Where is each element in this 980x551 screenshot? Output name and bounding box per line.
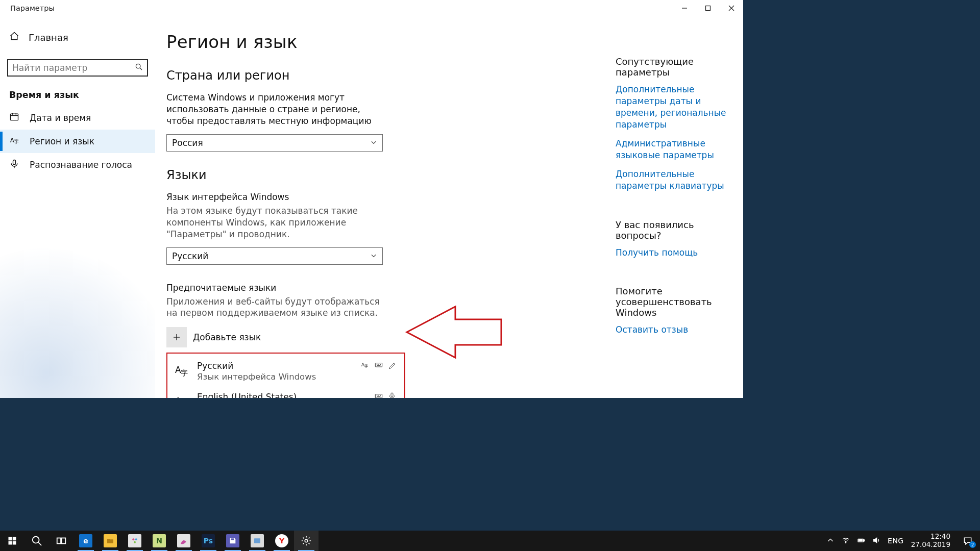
svg-rect-41 bbox=[9, 541, 12, 545]
svg-rect-56 bbox=[859, 539, 862, 541]
feedback-link[interactable]: Оставить отзыв bbox=[616, 324, 731, 336]
start-button[interactable] bbox=[0, 531, 24, 551]
search-input[interactable] bbox=[12, 63, 135, 73]
language-name: Русский bbox=[197, 361, 316, 371]
related-link[interactable]: Дополнительные параметры клавиатуры bbox=[616, 168, 731, 192]
svg-rect-55 bbox=[864, 540, 864, 541]
sidebar-home-label: Главная bbox=[29, 32, 68, 43]
display-language-icon: A字 bbox=[361, 361, 370, 371]
svg-line-44 bbox=[38, 542, 41, 545]
content-row: Главная Время и язык Дата и время bbox=[0, 16, 743, 398]
taskbar-app-edge[interactable]: e bbox=[74, 531, 98, 551]
questions-title: У вас появились вопросы? bbox=[616, 219, 731, 241]
taskbar-app-notepadpp[interactable]: N bbox=[147, 531, 172, 551]
related-link[interactable]: Дополнительные параметры даты и времени,… bbox=[616, 84, 731, 131]
window-title: Параметры bbox=[10, 4, 55, 12]
add-language-label: Добавьте язык bbox=[193, 332, 261, 342]
tray-date: 27.04.2019 bbox=[911, 541, 950, 549]
task-view-button[interactable] bbox=[49, 531, 74, 551]
notification-badge: 2 bbox=[969, 541, 976, 548]
language-name: English (United States) bbox=[197, 392, 313, 398]
improve-title: Помогите усовершенствовать Windows bbox=[616, 286, 731, 318]
handwriting-icon bbox=[388, 361, 396, 371]
taskbar-app-paintnet[interactable] bbox=[172, 531, 196, 551]
svg-rect-50 bbox=[231, 538, 234, 540]
svg-rect-32 bbox=[391, 393, 393, 396]
home-icon bbox=[9, 31, 19, 43]
sidebar-item-label: Дата и время bbox=[30, 113, 91, 123]
system-tray: ENG 12:40 27.04.2019 bbox=[821, 531, 955, 551]
maximize-button[interactable] bbox=[696, 0, 720, 16]
svg-point-53 bbox=[845, 542, 846, 543]
display-language-label: Язык интерфейса Windows bbox=[166, 191, 386, 203]
microphone-icon bbox=[9, 159, 19, 171]
window-controls bbox=[673, 0, 743, 16]
minimize-button[interactable] bbox=[673, 0, 696, 16]
related-link[interactable]: Административные языковые параметры bbox=[616, 138, 731, 161]
svg-rect-12 bbox=[13, 160, 16, 165]
close-button[interactable] bbox=[720, 0, 743, 16]
svg-point-4 bbox=[136, 64, 140, 68]
sidebar-item-date-time[interactable]: Дата и время bbox=[0, 106, 155, 130]
volume-icon[interactable] bbox=[872, 536, 880, 546]
svg-point-47 bbox=[132, 538, 134, 540]
display-language-dropdown[interactable]: Русский bbox=[166, 247, 383, 265]
display-language-value: Русский bbox=[172, 251, 208, 261]
svg-rect-20 bbox=[375, 363, 382, 367]
search-icon bbox=[135, 63, 143, 73]
region-value: Россия bbox=[172, 138, 203, 148]
clock-icon bbox=[9, 112, 19, 124]
tray-clock[interactable]: 12:40 27.04.2019 bbox=[911, 533, 950, 548]
language-glyph-icon: A字 bbox=[175, 363, 190, 378]
keyboard-icon bbox=[375, 392, 383, 398]
sidebar-item-region-language[interactable]: A字 Регион и язык bbox=[0, 130, 155, 153]
search-input-wrap[interactable] bbox=[7, 59, 148, 77]
keyboard-icon bbox=[375, 361, 383, 371]
preferred-languages-desc: Приложения и веб-сайты будут отображатьс… bbox=[166, 296, 386, 319]
preferred-languages-header: Предпочитаемые языки bbox=[166, 282, 386, 294]
related-column: Сопутствующие параметры Дополнительные п… bbox=[616, 16, 743, 398]
action-center-button[interactable]: 2 bbox=[955, 531, 980, 551]
taskbar-app-photos[interactable] bbox=[245, 531, 270, 551]
wifi-icon[interactable] bbox=[842, 536, 850, 546]
sidebar-item-label: Регион и язык bbox=[30, 136, 94, 146]
chevron-down-icon bbox=[370, 251, 377, 261]
svg-rect-39 bbox=[9, 537, 12, 541]
page-title: Регион и язык bbox=[166, 32, 595, 52]
taskbar-app-paint[interactable] bbox=[122, 531, 147, 551]
svg-rect-46 bbox=[62, 538, 65, 544]
svg-rect-6 bbox=[11, 114, 18, 120]
titlebar: Параметры bbox=[0, 0, 743, 16]
svg-rect-1 bbox=[706, 6, 710, 11]
chevron-down-icon bbox=[370, 138, 377, 148]
taskbar: e N Ps Y ENG 12:40 27.04.2019 2 bbox=[0, 531, 980, 551]
taskbar-app-save[interactable] bbox=[220, 531, 245, 551]
sidebar-section-title: Время и язык bbox=[9, 90, 155, 100]
svg-text:A: A bbox=[361, 362, 364, 367]
language-glyph-icon: A字 bbox=[175, 394, 190, 398]
battery-icon[interactable] bbox=[857, 536, 865, 546]
region-dropdown[interactable]: Россия bbox=[166, 134, 383, 152]
svg-text:字: 字 bbox=[14, 139, 19, 144]
taskbar-app-photoshop[interactable]: Ps bbox=[196, 531, 220, 551]
languages-header: Языки bbox=[166, 168, 595, 182]
taskbar-app-yandex[interactable]: Y bbox=[270, 531, 294, 551]
language-item[interactable]: A字 Русский Язык интерфейса Windows A字 bbox=[167, 356, 404, 387]
sidebar: Главная Время и язык Дата и время bbox=[0, 16, 155, 398]
taskbar-search-button[interactable] bbox=[24, 531, 49, 551]
language-list-highlighted: A字 Русский Язык интерфейса Windows A字 A字 bbox=[166, 353, 405, 398]
language-item[interactable]: A字 English (United States) Доступен язык… bbox=[167, 387, 404, 398]
tray-chevron-up-icon[interactable] bbox=[826, 536, 835, 546]
sidebar-item-speech[interactable]: Распознавание голоса bbox=[0, 153, 155, 177]
language-icon: A字 bbox=[9, 135, 19, 147]
add-language-row[interactable]: Добавьте язык bbox=[166, 327, 595, 347]
tray-language[interactable]: ENG bbox=[888, 537, 904, 545]
sidebar-home[interactable]: Главная bbox=[0, 26, 155, 49]
svg-rect-42 bbox=[13, 541, 16, 545]
taskbar-app-settings[interactable] bbox=[294, 531, 318, 551]
svg-point-48 bbox=[135, 538, 137, 540]
language-feature-icons: A字 bbox=[361, 361, 396, 371]
taskbar-app-explorer[interactable] bbox=[98, 531, 122, 551]
help-link[interactable]: Получить помощь bbox=[616, 247, 731, 259]
svg-point-52 bbox=[305, 539, 308, 542]
